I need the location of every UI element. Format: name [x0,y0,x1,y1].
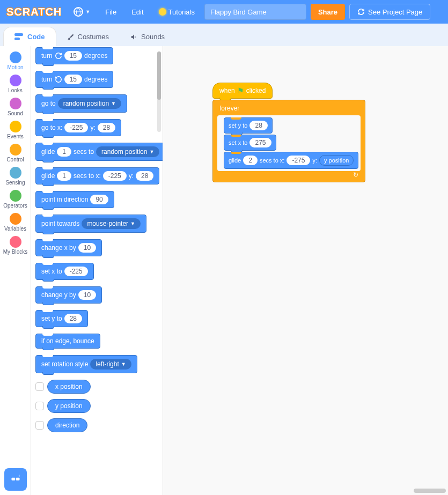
see-project-page-button[interactable]: See Project Page [349,4,430,20]
forever-end: ↻ [217,171,361,179]
category-label: Sensing [5,180,25,186]
set-x-input[interactable]: -225 [64,267,88,276]
script-set-x-block[interactable]: set x to 275 [224,135,276,151]
category-label: Variables [4,226,26,232]
edit-menu[interactable]: Edit [126,6,149,18]
block-set-y[interactable]: set y to 28 [35,310,88,327]
category-events[interactable]: Events [3,119,28,142]
svg-text:+: + [18,474,20,478]
rotation-style-dropdown[interactable]: left-right▼ [90,359,131,370]
palette-scrollbar-thumb[interactable] [157,51,161,100]
script-workspace[interactable]: when ⚑ clicked forever set y to 28 set x… [163,46,448,495]
block-point-direction[interactable]: point in direction 90 [35,191,114,208]
add-extension-button[interactable]: + [4,468,27,491]
script-glide-secs-input[interactable]: 2 [243,156,258,165]
block-change-x[interactable]: change x by 10 [35,239,102,256]
script-set-y-input[interactable]: 28 [249,121,267,130]
category-color-icon [10,51,21,63]
reporter-xposition[interactable]: x position [47,380,91,394]
chevron-down-icon: ▼ [85,9,90,14]
change-x-input[interactable]: 10 [78,243,96,253]
block-goto-menu[interactable]: go to random position▼ [35,94,127,113]
project-title-input[interactable] [204,4,306,20]
svg-rect-3 [16,478,20,481]
block-point-towards[interactable]: point towards mouse-pointer▼ [35,215,146,233]
change-y-input[interactable]: 10 [78,290,96,300]
block-set-x[interactable]: set x to -225 [35,263,94,280]
category-label: Operators [3,203,27,209]
category-color-icon [10,98,21,109]
category-color-icon [10,167,21,179]
tutorials-button[interactable]: Tutorials [153,6,200,18]
set-y-input[interactable]: 28 [64,314,82,323]
script-set-x-input[interactable]: 275 [249,138,271,147]
goto-x-input[interactable]: -225 [64,123,88,132]
point-dir-input[interactable]: 90 [90,195,108,204]
script-glide-x-input[interactable]: -275 [287,156,310,165]
svg-rect-1 [14,38,20,40]
editor-tabs: Code Costumes Sounds [0,24,448,46]
category-variables[interactable]: Variables [3,211,28,234]
category-label: Looks [8,87,23,93]
category-color-icon [10,213,21,225]
category-color-icon [10,236,21,248]
point-towards-dropdown[interactable]: mouse-pointer▼ [82,218,141,229]
glide-menu-dropdown[interactable]: random position▼ [96,146,159,157]
svg-rect-0 [14,33,23,36]
share-button[interactable]: Share [311,4,345,20]
turn-ccw-input[interactable]: 15 [64,75,82,84]
block-edge-bounce[interactable]: if on edge, bounce [35,334,100,349]
category-label: Events [7,134,24,139]
language-menu[interactable]: ▼ [68,5,96,19]
script-stack[interactable]: when ⚑ clicked forever set y to 28 set x… [212,83,365,182]
category-color-icon [10,144,21,156]
category-my-blocks[interactable]: My Blocks [3,234,28,257]
glide-secs-input[interactable]: 1 [57,147,71,157]
block-when-flag-clicked[interactable]: when ⚑ clicked [212,83,273,99]
category-sensing[interactable]: Sensing [3,165,28,188]
category-color-icon [10,190,21,202]
category-sound[interactable]: Sound [3,95,28,119]
glide-xy-secs-input[interactable]: 1 [57,171,71,181]
category-motion[interactable]: Motion [3,49,28,72]
xposition-checkbox[interactable] [35,382,44,391]
script-glide-block[interactable]: glide 2 secs to x: -275 y: y position [224,152,358,169]
category-control[interactable]: Control [3,142,28,165]
block-set-rotation-style[interactable]: set rotation style left-right▼ [35,355,137,373]
block-turn-cw[interactable]: turn 15 degrees [35,47,113,64]
category-looks[interactable]: Looks [3,72,28,95]
chevron-down-icon: ▼ [111,101,116,106]
script-glide-y-reporter[interactable]: y position [319,155,354,166]
reporter-yposition[interactable]: y position [47,399,91,413]
goto-menu-dropdown[interactable]: random position▼ [58,98,121,109]
category-column: MotionLooksSoundEventsControlSensingOper… [0,46,31,495]
code-icon [14,33,24,41]
workspace-scrollbar-horizontal[interactable] [414,489,446,493]
file-menu[interactable]: File [100,6,122,18]
glide-xy-x-input[interactable]: -225 [103,171,127,181]
chevron-down-icon: ▼ [121,361,126,367]
turn-cw-input[interactable]: 15 [64,51,82,61]
block-change-y[interactable]: change y by 10 [35,286,102,304]
category-operators[interactable]: Operators [3,188,28,211]
script-set-y-block[interactable]: set y to 28 [224,117,273,134]
block-turn-ccw[interactable]: turn 15 degrees [35,71,113,88]
tab-costumes[interactable]: Costumes [56,27,120,46]
block-palette[interactable]: turn 15 degrees turn 15 degrees go to ra… [31,46,163,495]
yposition-checkbox[interactable] [35,402,44,410]
tab-sounds[interactable]: Sounds [120,27,175,46]
block-glide-menu[interactable]: glide 1 secs to random position▼ [35,143,163,161]
forever-inner[interactable]: set y to 28 set x to 275 glide 2 secs to… [217,115,361,171]
scratch-logo[interactable]: SCRATCH [4,6,64,18]
reporter-row-yposition: y position [35,399,158,413]
direction-checkbox[interactable] [35,421,44,430]
sound-icon [130,33,138,41]
block-goto-xy[interactable]: go to x: -225 y: 28 [35,119,121,136]
reporter-direction[interactable]: direction [47,418,87,432]
category-color-icon [10,75,21,86]
block-forever[interactable]: forever set y to 28 set x to 275 glide 2… [212,100,365,182]
block-glide-xy[interactable]: glide 1 secs to x: -225 y: 28 [35,167,159,184]
goto-y-input[interactable]: 28 [98,123,115,132]
glide-xy-y-input[interactable]: 28 [136,171,153,181]
tab-code[interactable]: Code [3,27,56,46]
